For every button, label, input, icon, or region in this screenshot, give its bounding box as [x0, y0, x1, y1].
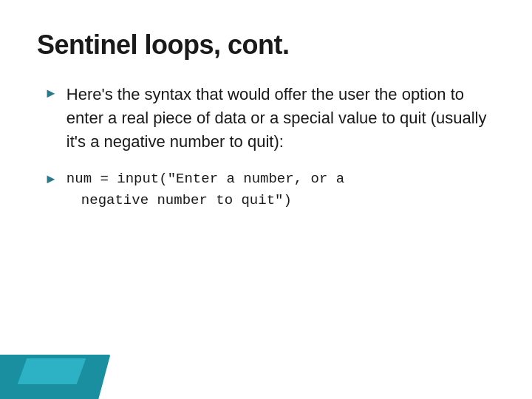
slide: Sentinel loops, cont. ► Here's the synta… — [0, 0, 532, 399]
slide-title: Sentinel loops, cont. — [37, 30, 495, 61]
bullet-item-2: ► num = input("Enter a number, or a nega… — [44, 168, 495, 212]
bottom-decoration — [0, 340, 133, 399]
code-block: num = input("Enter a number, or a negati… — [66, 168, 344, 212]
bullet-item-1: ► Here's the syntax that would offer the… — [44, 83, 495, 154]
bullet-arrow-2: ► — [44, 170, 58, 188]
bullet-arrow-1: ► — [44, 84, 58, 103]
deco-shape-bright — [18, 358, 86, 384]
bullet-text-1: Here's the syntax that would offer the u… — [66, 83, 495, 154]
code-line-1: num = input("Enter a number, or a — [66, 168, 344, 190]
content-area: ► Here's the syntax that would offer the… — [37, 83, 495, 212]
code-line-2: negative number to quit") — [66, 190, 344, 211]
